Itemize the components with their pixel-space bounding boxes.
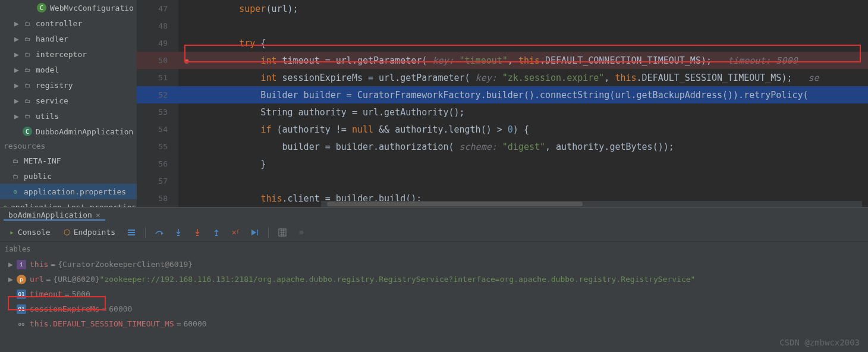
svg-rect-1 [196,235,199,236]
tree-item[interactable]: CDubboAdminApplication [0,124,137,139]
variable-row[interactable]: ▶purl = {URL@6020} "zookeeper://192.168.… [5,272,863,287]
code-line[interactable]: 52 Builder builder = CuratorFrameworkFac… [137,86,868,103]
close-icon[interactable]: × [96,210,100,219]
tree-item[interactable]: ▶🗀utils [0,108,137,124]
run-tabbar[interactable]: boAdminApplication × [0,207,868,224]
code-line[interactable]: 55 builder = builder.authorization( sche… [137,138,868,155]
tree-item[interactable]: 🗀public [0,168,137,184]
tree-item[interactable]: ▶🗀registry [0,77,137,93]
tree-item[interactable]: ▶🗀service [0,93,137,108]
code-line[interactable]: 54 if (authority != null && authority.le… [137,121,868,138]
endpoints-icon: ⬡ [64,228,70,237]
line-number: 51 [137,73,178,82]
line-number: 56 [137,159,178,168]
tree-item[interactable]: ▶🗀model [0,62,137,77]
code-line[interactable]: 49 try { [137,34,868,52]
code-line[interactable]: 57 [137,172,868,190]
svg-rect-2 [215,235,218,236]
variable-row[interactable]: oothis.DEFAULT_SESSION_TIMEOUT_MS = 6000… [5,316,863,331]
run-tab[interactable]: boAdminApplication × [4,210,105,221]
tree-item[interactable]: ▶🗀interceptor [0,46,137,62]
variable-row[interactable]: 01timeout = 5000 [5,287,863,301]
trace-icon[interactable]: ≡ [294,226,309,239]
line-number: 54 [137,125,178,134]
svg-rect-3 [257,230,258,235]
run-tab-label: boAdminApplication [8,210,92,219]
force-step-into-icon[interactable] [190,226,205,239]
console-icon: ▸ [10,228,14,237]
evaluate-icon[interactable] [275,226,290,239]
code-line[interactable]: 51 int sessionExpireMs = url.getParamete… [137,69,868,86]
tree-item[interactable]: ▶🗀controller [0,15,137,31]
debug-toolbar: ▸ Console ⬡ Endpoints ✕f ≡ [0,224,868,241]
console-tab[interactable]: ▸ Console [5,228,55,237]
endpoints-tab[interactable]: ⬡ Endpoints [59,228,120,237]
step-out-icon[interactable] [209,226,224,239]
tree-item[interactable]: ⚙application.properties [0,184,137,199]
code-line[interactable]: 56 } [137,155,868,172]
tree-item[interactable]: CWebMvcConfiguratio [0,0,137,15]
tree-item[interactable]: ▶🗀handler [0,31,137,46]
line-number: 58 [137,194,178,203]
code-line[interactable]: 53 String authority = url.getAuthority()… [137,103,868,121]
breakpoint-icon[interactable]: ◉ [181,56,192,65]
line-number: 52 [137,90,178,99]
settings-icon[interactable] [124,226,139,239]
line-number: 49 [137,39,178,48]
variable-row[interactable]: 01sessionExpireMs = 60000 [5,301,863,316]
code-line[interactable]: 48 [137,17,868,34]
step-over-icon[interactable] [152,226,167,239]
tree-item[interactable]: ⚙application-test.properties [0,199,137,207]
tree-item[interactable]: 🗀META-INF [0,153,137,168]
drop-frame-icon[interactable]: ✕f [228,226,243,239]
variable-row[interactable]: ▶ithis = {CuratorZookeeperClient@6019} [5,257,863,272]
resources-header: resources [0,139,137,153]
code-editor[interactable]: 47 super(url);4849 try {50◉ int timeout … [137,0,868,207]
project-tree[interactable]: CWebMvcConfiguratio▶🗀controller▶🗀handler… [0,0,137,207]
step-into-icon[interactable] [171,226,186,239]
line-number: 50 [137,56,178,65]
line-number: 55 [137,142,178,151]
line-number: 48 [137,21,178,30]
horizontal-scrollbar[interactable] [321,201,862,207]
run-to-cursor-icon[interactable] [247,226,262,239]
code-line[interactable]: 50◉ int timeout = url.getParameter( key:… [137,52,868,69]
svg-rect-0 [177,235,180,236]
line-number: 47 [137,4,178,13]
watermark: CSDN @zmbwcx2003 [779,338,860,347]
variables-header: iables [5,244,863,257]
variables-panel[interactable]: iables ▶ithis = {CuratorZookeeperClient@… [0,241,868,352]
line-number: 53 [137,108,178,117]
line-number: 57 [137,177,178,186]
code-line[interactable]: 47 super(url); [137,0,868,17]
